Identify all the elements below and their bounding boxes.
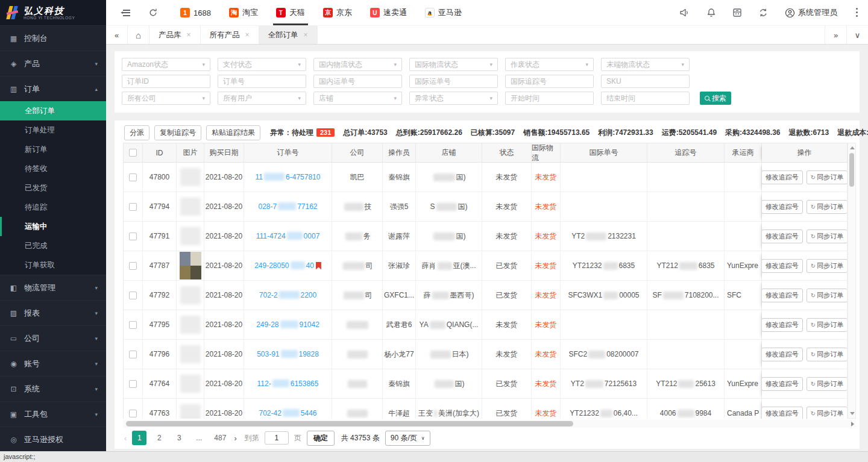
edit-tracking-button[interactable]: 修改追踪号 <box>762 348 803 361</box>
edit-tracking-button[interactable]: 修改追踪号 <box>762 259 803 273</box>
page-number-1[interactable]: 1 <box>132 431 146 445</box>
edit-tracking-button[interactable]: 修改追踪号 <box>762 407 803 419</box>
sidebar-item-company[interactable]: ▭公司▾ <box>0 325 106 351</box>
collapse-sidebar-icon[interactable] <box>121 10 130 16</box>
order-number-link[interactable]: 116-4757810 <box>256 173 321 181</box>
sidebar-item-product[interactable]: ◈产品▾ <box>0 51 106 76</box>
sidebar-item-amazon-auth[interactable]: ◎亚马逊授权 <box>0 426 106 451</box>
sync-order-button[interactable]: ↻同步订单 <box>807 377 848 391</box>
scroll-right-icon[interactable] <box>851 422 854 426</box>
search-button[interactable]: 搜索 <box>700 92 731 105</box>
sidebar-item-system[interactable]: ⊡系统▾ <box>0 376 106 401</box>
edit-tracking-button[interactable]: 修改追踪号 <box>762 200 803 214</box>
sidebar-item-order-shipped[interactable]: 已发货 <box>0 178 106 198</box>
sidebar-item-report[interactable]: ▨报表▾ <box>0 300 106 325</box>
goto-confirm-button[interactable]: 确定 <box>307 431 335 446</box>
row-checkbox[interactable] <box>129 380 137 388</box>
sync-order-button[interactable]: ↻同步订单 <box>807 407 848 419</box>
sync-order-button[interactable]: ↻同步订单 <box>807 289 848 302</box>
select-all-checkbox[interactable] <box>129 149 137 157</box>
scroll-down-icon[interactable] <box>850 412 855 415</box>
row-checkbox[interactable] <box>129 233 137 240</box>
order-number-link[interactable]: 702-22200 <box>259 291 316 299</box>
filter-intl-waybill-no[interactable]: 国际运单号 <box>409 75 498 88</box>
filter-pay-status[interactable]: 支付状态▾ <box>218 58 306 71</box>
filter-last-mile-status[interactable]: 末端物流状态▾ <box>601 58 690 71</box>
edit-tracking-button[interactable]: 修改追踪号 <box>762 170 803 184</box>
page-number-487[interactable]: 487 <box>212 431 228 445</box>
close-icon[interactable]: × <box>187 31 191 39</box>
filter-end-time[interactable]: 结束时间 <box>601 92 690 105</box>
filter-start-time[interactable]: 开始时间 <box>505 92 594 105</box>
sync-order-button[interactable]: ↻同步订单 <box>807 259 848 273</box>
row-checkbox[interactable] <box>129 321 137 329</box>
notification-bell-icon[interactable] <box>706 8 716 17</box>
paste-tracking-result-button[interactable]: 粘贴追踪结果 <box>206 125 260 140</box>
sidebar-item-order-new[interactable]: 新订单 <box>0 140 106 159</box>
sidebar-item-toolkit[interactable]: ▣工具包▾ <box>0 401 106 426</box>
sidebar-item-order-in-transit[interactable]: 运输中 <box>0 217 106 236</box>
sidebar-item-account[interactable]: ◉账号▾ <box>0 351 106 376</box>
filter-all-company[interactable]: 所有公司▾ <box>122 92 210 105</box>
sidebar-item-dashboard[interactable]: ▦控制台 <box>0 25 106 51</box>
row-checkbox[interactable] <box>129 262 137 270</box>
tabs-menu-icon[interactable]: ∨ <box>846 26 868 44</box>
filter-void-status[interactable]: 作废状态▾ <box>505 58 594 71</box>
dispatch-button[interactable]: 分派 <box>124 125 149 140</box>
sync-exchange-icon[interactable] <box>758 8 769 17</box>
tab-all-orders[interactable]: 全部订单× <box>259 26 318 44</box>
filter-exception-status[interactable]: 异常状态▾ <box>409 92 498 105</box>
apps-grid-icon[interactable] <box>732 8 742 17</box>
filter-order-id[interactable]: 订单ID <box>122 75 210 88</box>
sidebar-item-order-all[interactable]: 全部订单 <box>0 101 106 120</box>
sidebar-item-order-to-track[interactable]: 待追踪 <box>0 198 106 217</box>
edit-tracking-button[interactable]: 修改追踪号 <box>762 377 803 391</box>
sidebar-item-order-processing[interactable]: 订单处理 <box>0 120 106 140</box>
sidebar-item-order-completed[interactable]: 已完成 <box>0 236 106 255</box>
page-size-select[interactable]: 90 条/页 ∨ <box>385 431 430 446</box>
platform-tab-amazon[interactable]: a亚马逊 <box>416 0 471 25</box>
filter-intl-tracking-no[interactable]: 国际追踪号 <box>505 75 594 88</box>
vertical-scrollbar[interactable] <box>848 143 856 419</box>
next-page-icon[interactable]: › <box>234 434 236 443</box>
filter-intl-logistics-status[interactable]: 国际物流状态▾ <box>409 58 498 71</box>
sidebar-item-order[interactable]: ▥订单▴ <box>0 76 106 101</box>
sync-order-button[interactable]: ↻同步订单 <box>807 318 848 332</box>
row-checkbox[interactable] <box>129 203 137 211</box>
order-number-link[interactable]: 028-777162 <box>258 202 317 211</box>
sync-order-button[interactable]: ↻同步订单 <box>807 348 848 361</box>
order-number-link[interactable]: 111-47240007 <box>256 232 320 240</box>
tabs-scroll-left-icon[interactable]: « <box>106 26 128 44</box>
copy-tracking-button[interactable]: 复制追踪号 <box>154 125 201 140</box>
edit-tracking-button[interactable]: 修改追踪号 <box>762 289 803 302</box>
sync-order-button[interactable]: ↻同步订单 <box>807 170 848 184</box>
order-number-link[interactable]: 702-425446 <box>259 409 316 417</box>
announcement-icon[interactable] <box>679 8 690 17</box>
order-number-link[interactable]: 249-2805040 <box>254 261 314 270</box>
order-number-link[interactable]: 112-6153865 <box>257 379 319 388</box>
page-number-2[interactable]: 2 <box>152 431 166 445</box>
filter-sku[interactable]: SKU <box>601 75 690 88</box>
platform-tab-aliexpress[interactable]: U速卖通 <box>361 0 416 25</box>
edit-tracking-button[interactable]: 修改追踪号 <box>762 318 803 332</box>
platform-tab-taobao[interactable]: 淘淘宝 <box>220 0 267 25</box>
row-checkbox[interactable] <box>129 351 137 358</box>
platform-tab-tmall[interactable]: T天猫 <box>267 0 314 25</box>
home-tab-icon[interactable]: ⌂ <box>128 26 149 44</box>
filter-shop[interactable]: 店铺▾ <box>313 92 402 105</box>
row-checkbox[interactable] <box>129 410 137 417</box>
prev-page-icon[interactable]: ‹ <box>124 434 127 443</box>
order-number-link[interactable]: 503-9119828 <box>257 350 319 358</box>
filter-all-user[interactable]: 所有用户▾ <box>218 92 306 105</box>
page-number-3[interactable]: 3 <box>172 431 186 445</box>
tabs-scroll-right-icon[interactable]: » <box>825 26 846 44</box>
refresh-icon[interactable] <box>148 8 158 17</box>
row-checkbox[interactable] <box>129 292 137 299</box>
filter-order-no[interactable]: 订单号 <box>218 75 306 88</box>
filter-domestic-logistics-status[interactable]: 国内物流状态▾ <box>313 58 402 71</box>
user-menu[interactable]: 系统管理员 <box>785 7 837 18</box>
sync-order-button[interactable]: ↻同步订单 <box>807 229 848 243</box>
platform-tab-1688[interactable]: 11688 <box>171 0 220 25</box>
sync-order-button[interactable]: ↻同步订单 <box>807 200 848 214</box>
filter-amazon-status[interactable]: Amazon状态▾ <box>122 58 210 71</box>
